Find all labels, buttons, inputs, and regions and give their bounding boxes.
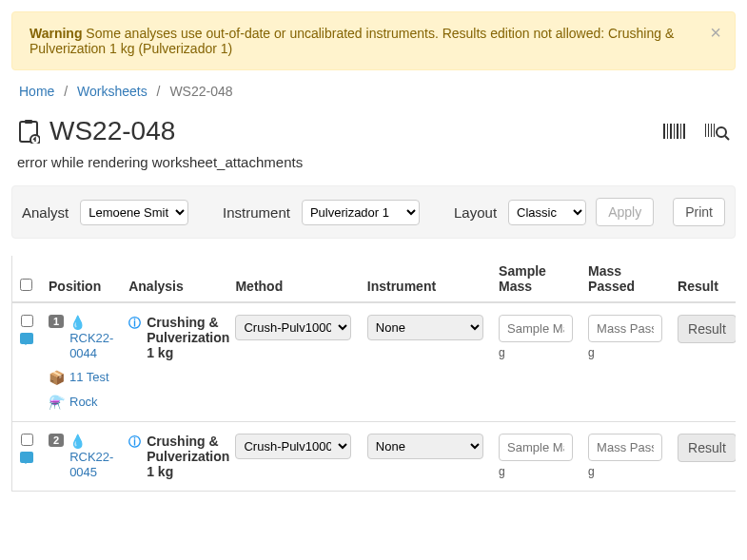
- svg-rect-9: [683, 124, 685, 139]
- svg-point-14: [717, 127, 726, 137]
- svg-rect-7: [677, 124, 678, 139]
- result-button[interactable]: Result: [678, 434, 736, 462]
- row-instrument-select[interactable]: None: [367, 315, 483, 340]
- results-table: Position Analysis Method Instrument Samp…: [11, 256, 736, 492]
- svg-rect-5: [670, 124, 672, 139]
- svg-rect-11: [708, 124, 709, 137]
- svg-rect-3: [663, 124, 665, 139]
- barcode-search-icon[interactable]: [705, 122, 730, 141]
- table-row: 1 💧 RCK22-0044 📦 11 Test ⚗️ Rock ⓘCrushi…: [12, 302, 737, 422]
- breadcrumb-home[interactable]: Home: [19, 84, 54, 99]
- sample-mass-input[interactable]: [499, 434, 573, 461]
- page-title: WS22-048: [17, 116, 663, 146]
- info-icon[interactable]: ⓘ: [128, 434, 141, 479]
- col-position: Position: [41, 256, 121, 302]
- comment-icon[interactable]: [20, 452, 33, 463]
- breadcrumb-current: WS22-048: [169, 84, 232, 99]
- render-error: error while rendering worksheet_attachme…: [0, 146, 747, 178]
- layout-select[interactable]: Classic: [508, 200, 586, 225]
- batch-icon: 📦: [49, 370, 64, 385]
- analyst-label: Analyst: [22, 204, 69, 221]
- clipboard-icon: [17, 119, 40, 144]
- table-row: 2 💧 RCK22-0045 ⓘCrushing & Pulverization…: [12, 422, 737, 492]
- col-analysis: Analysis: [121, 256, 227, 302]
- layout-label: Layout: [454, 204, 497, 221]
- sample-link[interactable]: RCK22-0044: [69, 331, 113, 360]
- sample-mass-input[interactable]: [499, 315, 573, 342]
- position-badge: 1: [49, 315, 64, 328]
- unit-label: g: [588, 346, 662, 359]
- instrument-select[interactable]: Pulverizador 1: [302, 200, 420, 225]
- title-text: WS22-048: [49, 116, 175, 146]
- close-alert-button[interactable]: ×: [710, 22, 721, 44]
- svg-rect-1: [25, 120, 32, 124]
- row-checkbox[interactable]: [21, 315, 33, 327]
- svg-rect-12: [711, 124, 712, 137]
- warning-alert: Warning Some analyses use out-of-date or…: [11, 11, 736, 70]
- svg-rect-13: [714, 124, 715, 137]
- sample-icon: 💧: [69, 434, 85, 449]
- col-result: Result: [670, 256, 736, 302]
- print-button[interactable]: Print: [673, 198, 725, 226]
- instrument-label: Instrument: [223, 204, 290, 221]
- unit-label: g: [499, 346, 573, 359]
- analyst-select[interactable]: Lemoene Smit: [80, 200, 188, 225]
- analysis-name: Crushing & Pulverization 1 kg: [147, 434, 229, 479]
- unit-label: g: [499, 465, 573, 478]
- type-icon: ⚗️: [49, 395, 64, 410]
- mass-passed-input[interactable]: [588, 315, 662, 342]
- svg-rect-8: [680, 124, 681, 139]
- col-instrument: Instrument: [360, 256, 491, 302]
- row-instrument-select[interactable]: None: [367, 434, 483, 459]
- position-badge: 2: [49, 434, 64, 447]
- sample-link[interactable]: RCK22-0045: [69, 450, 113, 479]
- batch-link[interactable]: 11 Test: [69, 370, 109, 384]
- breadcrumb-sep: /: [64, 84, 68, 99]
- warning-text: Some analyses use out-of-date or uncalib…: [29, 26, 674, 56]
- type-link[interactable]: Rock: [69, 395, 98, 409]
- col-mass-passed: Mass Passed: [580, 256, 670, 302]
- sample-icon: 💧: [69, 315, 85, 330]
- method-select[interactable]: Crush-Pulv1000: [235, 434, 351, 459]
- unit-label: g: [588, 465, 662, 478]
- breadcrumb-worksheets[interactable]: Worksheets: [77, 84, 147, 99]
- result-button[interactable]: Result: [678, 315, 736, 343]
- col-sample-mass: Sample Mass: [491, 256, 580, 302]
- barcode-icon[interactable]: [663, 122, 688, 141]
- breadcrumb-sep: /: [157, 84, 161, 99]
- warning-label: Warning: [29, 26, 82, 41]
- breadcrumb: Home / Worksheets / WS22-048: [0, 70, 747, 112]
- info-icon[interactable]: ⓘ: [128, 315, 141, 360]
- apply-button[interactable]: Apply: [596, 198, 654, 226]
- comment-icon[interactable]: [20, 333, 33, 344]
- analysis-name: Crushing & Pulverization 1 kg: [147, 315, 229, 360]
- svg-rect-10: [705, 124, 706, 137]
- method-select[interactable]: Crush-Pulv1000: [235, 315, 351, 340]
- mass-passed-input[interactable]: [588, 434, 662, 461]
- row-checkbox[interactable]: [21, 434, 33, 446]
- toolbar: Analyst Lemoene Smit Instrument Pulveriz…: [11, 185, 736, 239]
- select-all-checkbox[interactable]: [20, 279, 32, 291]
- svg-rect-6: [674, 124, 675, 139]
- col-method: Method: [227, 256, 359, 302]
- svg-rect-4: [667, 124, 668, 139]
- svg-line-15: [725, 136, 729, 140]
